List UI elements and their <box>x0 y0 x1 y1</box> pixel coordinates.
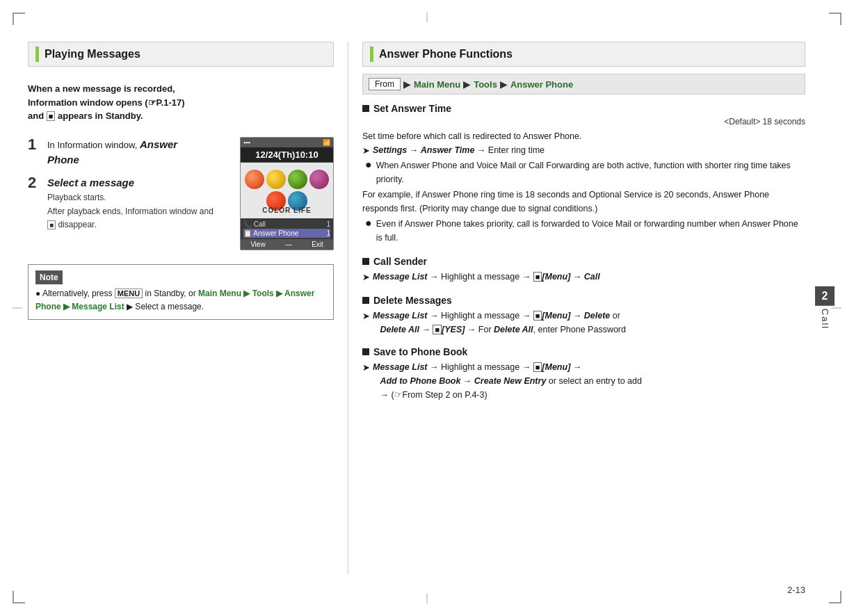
page-number-badge: 2 <box>815 286 835 306</box>
phone-btn-mid: — <box>285 241 292 248</box>
arrow-text-4: Message List → Highlight a message → ■[M… <box>373 360 642 402</box>
right-section-header: Answer Phone Functions <box>362 42 805 67</box>
arrow-text-3: Message List → Highlight a message → ■[M… <box>373 309 626 337</box>
intro-line2: Information window opens (☞P.1-17) <box>28 97 185 108</box>
arrow-sym-2: ➤ <box>362 270 370 285</box>
playing-intro: When a new message is recorded, Informat… <box>28 82 334 123</box>
step-2-content: Select a message Playback starts. After … <box>47 175 214 232</box>
breadcrumb-main-menu: Main Menu <box>414 79 460 90</box>
crosshair-bottom <box>427 594 428 603</box>
note-box: Note ● Alternatively, press MENU in Stan… <box>28 264 334 320</box>
note-text: ● Alternatively, press MENU in Standby, … <box>35 287 326 314</box>
title-square-2 <box>362 258 369 265</box>
steps-and-image: 1 In Information window, AnswerPhone 2 S… <box>28 137 334 250</box>
bullet-text-1: When Answer Phone and Voice Mail or Call… <box>376 159 805 186</box>
breadcrumb-tools: Tools <box>474 79 497 90</box>
phone-bottom-bar: View — Exit <box>241 239 333 250</box>
page-sidebar: 2 Call <box>815 286 835 330</box>
set-answer-time-body: Set time before which call is redirected… <box>362 129 805 245</box>
phone-date: 12/24(Th)10:10 <box>241 147 333 163</box>
step-1-number: 1 <box>28 137 42 152</box>
phone-menu-call: 📞 Call1 <box>243 220 330 229</box>
right-panel: Answer Phone Functions From ▶ Main Menu … <box>362 42 805 574</box>
arrow-text-1: Settings → Answer Time → Enter ring time <box>373 143 545 157</box>
save-phone-book-title: Save to Phone Book <box>362 346 805 357</box>
save-phone-book-arrow: ➤ Message List → Highlight a message → ■… <box>362 360 805 402</box>
note-label: Note <box>35 270 63 284</box>
breadcrumb-answer-phone: Answer Phone <box>510 79 573 90</box>
set-answer-time-intro: Set time before which call is redirected… <box>362 129 805 143</box>
right-section-title: Answer Phone Functions <box>379 48 513 60</box>
arrow-sym-4: ➤ <box>362 361 370 375</box>
set-answer-time-arrow: ➤ Settings → Answer Time → Enter ring ti… <box>362 143 805 159</box>
section-call-sender: Call Sender ➤ Message List → Highlight a… <box>362 256 805 285</box>
step-2-title: Select a message <box>47 177 134 188</box>
section-set-answer-time: Set Answer Time <Default> 18 seconds Set… <box>362 103 805 246</box>
panel-divider <box>348 42 348 574</box>
set-answer-time-para: For example, if Answer Phone ring time i… <box>362 188 805 216</box>
left-section-header: Playing Messages <box>28 42 334 67</box>
step-2-sub2: After playback ends, Information window … <box>47 206 214 216</box>
left-panel: Playing Messages When a new message is r… <box>28 42 334 574</box>
main-content: Playing Messages When a new message is r… <box>28 42 805 574</box>
call-sender-title: Call Sender <box>362 256 805 267</box>
corner-mark-br <box>829 591 841 603</box>
bullet-dot-2: ● <box>365 217 372 229</box>
step-1-content: In Information window, AnswerPhone <box>47 137 177 168</box>
phone-antenna-icon: 📶 <box>323 139 330 146</box>
bullet-text-2: Even if Answer Phone takes priority, cal… <box>376 217 805 245</box>
step-1: 1 In Information window, AnswerPhone <box>28 137 233 168</box>
breadcrumb: From ▶ Main Menu ▶ Tools ▶ Answer Phone <box>362 74 805 95</box>
breadcrumb-from: From <box>369 78 401 90</box>
intro-line1: When a new message is recorded, <box>28 83 175 94</box>
section-save-phone-book: Save to Phone Book ➤ Message List → High… <box>362 346 805 402</box>
page-footer: 2-13 <box>787 585 805 595</box>
phone-signal-icon: ▪▪▪ <box>243 139 250 146</box>
arrow-text-2: Message List → Highlight a message → ■[M… <box>373 270 600 284</box>
phone-top-bar: ▪▪▪ 📶 <box>241 138 333 147</box>
header-bar-right <box>370 47 373 62</box>
title-square-3 <box>362 297 369 304</box>
step-1-prefix: In Information window, <box>47 140 140 150</box>
phone-menu-area: 📞 Call1 📋 Answer Phone1 <box>241 218 333 239</box>
phone-fruit-area: COLOR LIFE <box>241 163 333 218</box>
intro-line3: and ■ appears in Standby. <box>28 111 143 121</box>
breadcrumb-arrow-2: ▶ <box>463 79 471 90</box>
step-2-sub3: ■ disappear. <box>47 220 97 229</box>
page-sidebar-text: Call <box>820 309 830 330</box>
call-sender-arrow: ➤ Message List → Highlight a message → ■… <box>362 270 805 285</box>
crosshair-top <box>427 13 428 22</box>
title-square-4 <box>362 348 369 355</box>
phone-screen: ▪▪▪ 📶 12/24(Th)10:10 COLOR LIFE <box>240 137 334 250</box>
arrow-sym-3: ➤ <box>362 309 370 324</box>
title-square-1 <box>362 105 369 112</box>
phone-btn-view: View <box>250 241 266 248</box>
step-2: 2 Select a message Playback starts. Afte… <box>28 175 233 232</box>
corner-mark-bl <box>13 591 25 603</box>
color-life-text: COLOR LIFE <box>241 206 333 214</box>
corner-mark-tl <box>13 13 25 25</box>
bullet-1: ● When Answer Phone and Voice Mail or Ca… <box>365 159 805 186</box>
step-2-number: 2 <box>28 175 42 191</box>
arrow-sym-1: ➤ <box>362 144 370 159</box>
left-section-title: Playing Messages <box>45 48 140 60</box>
default-label: <Default> 18 seconds <box>362 117 805 127</box>
corner-mark-tr <box>829 13 841 25</box>
breadcrumb-arrow-1: ▶ <box>403 79 411 90</box>
header-bar-left <box>35 47 39 62</box>
steps-list: 1 In Information window, AnswerPhone 2 S… <box>28 137 233 238</box>
section-delete-messages: Delete Messages ➤ Message List → Highlig… <box>362 295 805 337</box>
breadcrumb-arrow-3: ▶ <box>500 79 508 90</box>
delete-messages-arrow: ➤ Message List → Highlight a message → ■… <box>362 309 805 337</box>
bullet-2: ● Even if Answer Phone takes priority, c… <box>365 217 805 245</box>
delete-messages-title: Delete Messages <box>362 295 805 306</box>
bullet-dot-1: ● <box>365 159 372 171</box>
step-2-sub1: Playback starts. <box>47 193 106 202</box>
set-answer-time-title: Set Answer Time <box>362 103 805 114</box>
crosshair-left <box>13 308 22 309</box>
phone-menu-answer: 📋 Answer Phone1 <box>243 229 330 238</box>
phone-btn-exit: Exit <box>312 241 323 248</box>
